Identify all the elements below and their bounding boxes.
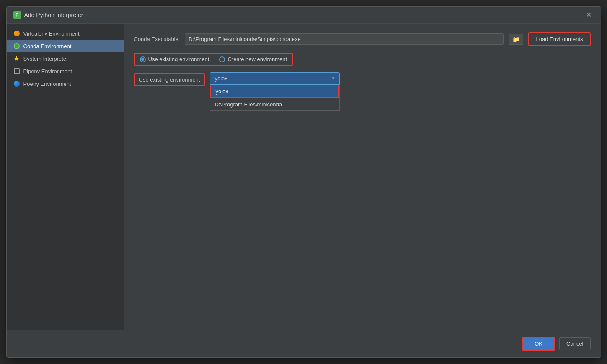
conda-icon [13, 43, 20, 49]
dialog-body: Virtualenv Environment Conda Environment… [7, 24, 601, 330]
create-new-radio-circle[interactable] [219, 56, 225, 62]
main-content: Conda Executable: 📁 Load Environments Us… [124, 24, 601, 330]
sidebar-label-system: System Interpreter [23, 56, 68, 62]
conda-executable-label: Conda Executable: [134, 36, 180, 42]
dialog-title: Add Python Interpreter [24, 12, 83, 18]
sidebar: Virtualenv Environment Conda Environment… [7, 24, 124, 330]
sidebar-label-virtualenv: Virtualenv Environment [23, 31, 80, 37]
sidebar-item-conda[interactable]: Conda Environment [7, 40, 124, 52]
dropdown-wrapper: yolo8 ▼ yolo8 D:\Program Files\miniconda [210, 72, 340, 85]
dropdown-item-yolo8[interactable]: yolo8 [210, 85, 339, 98]
app-icon: P [13, 11, 21, 19]
conda-executable-input[interactable] [185, 33, 504, 45]
sidebar-label-conda: Conda Environment [23, 43, 72, 49]
sidebar-label-poetry: Poetry Environment [23, 81, 71, 87]
create-new-radio-option[interactable]: Create new environment [219, 56, 287, 62]
content-spacer [134, 93, 591, 321]
sidebar-item-pipenv[interactable]: Pipenv Environment [7, 65, 124, 77]
pipenv-icon [13, 68, 20, 74]
load-environments-button[interactable]: Load Environments [528, 32, 590, 46]
chevron-down-icon: ▼ [331, 76, 336, 81]
sidebar-item-system[interactable]: System Interpreter [7, 52, 124, 65]
add-python-interpreter-dialog: P Add Python Interpreter ✕ Virtualenv En… [6, 6, 601, 358]
dialog-footer: OK Cancel [7, 330, 601, 357]
sidebar-item-virtualenv[interactable]: Virtualenv Environment [7, 27, 124, 40]
folder-button[interactable]: 📁 [509, 34, 523, 45]
conda-executable-row: Conda Executable: 📁 Load Environments [134, 32, 591, 46]
title-bar: P Add Python Interpreter ✕ [7, 7, 601, 24]
title-bar-left: P Add Python Interpreter [13, 11, 83, 19]
virtualenv-icon [13, 30, 20, 37]
close-button[interactable]: ✕ [584, 11, 594, 19]
use-existing-radio-option[interactable]: Use existing environment [140, 56, 209, 62]
create-new-radio-label: Create new environment [227, 56, 287, 62]
use-existing-radio-label: Use existing environment [148, 56, 209, 62]
env-label-box: Use existing environment [134, 73, 205, 86]
radio-group: Use existing environment Create new envi… [134, 53, 293, 66]
env-row: Use existing environment yolo8 ▼ yolo8 D… [134, 72, 591, 86]
sidebar-item-poetry[interactable]: Poetry Environment [7, 77, 124, 90]
dropdown-item-miniconda[interactable]: D:\Program Files\miniconda [210, 98, 339, 110]
system-icon [13, 55, 20, 62]
dropdown-list: yolo8 D:\Program Files\miniconda [210, 85, 340, 111]
dropdown-trigger[interactable]: yolo8 ▼ [210, 72, 340, 85]
cancel-button[interactable]: Cancel [559, 337, 590, 350]
poetry-icon [13, 80, 20, 87]
use-existing-radio-circle[interactable] [140, 56, 146, 62]
ok-button[interactable]: OK [522, 337, 555, 351]
sidebar-label-pipenv: Pipenv Environment [23, 68, 72, 74]
dropdown-selected-value: yolo8 [214, 75, 227, 82]
